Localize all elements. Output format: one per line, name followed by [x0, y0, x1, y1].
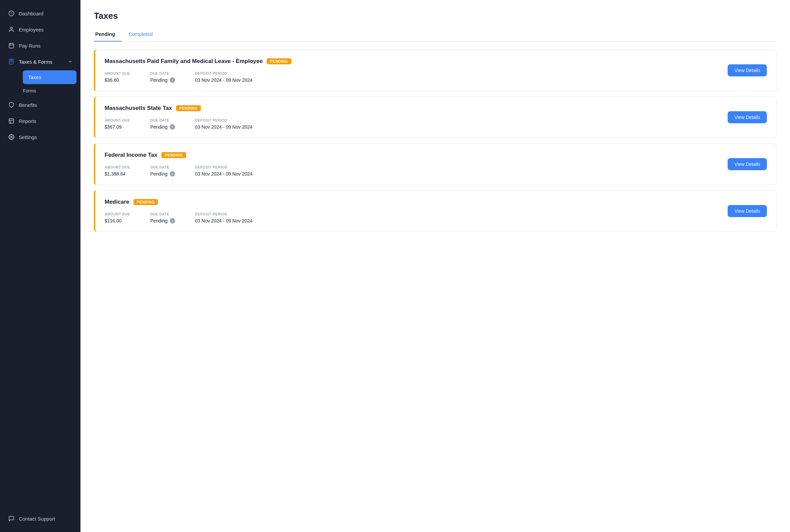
- taxes-forms-icon: [8, 58, 15, 65]
- deposit-period-value: 03 Nov 2024 - 09 Nov 2024: [195, 171, 253, 176]
- tax-card-title: Federal Income Tax: [105, 152, 157, 158]
- tax-card-title-row: Federal Income Tax PENDING: [105, 152, 720, 158]
- tax-card-fields: AMOUNT DUE $367.09 DUE DATE Pending i DE…: [105, 118, 720, 130]
- sidebar-item-pay-runs[interactable]: Pay Runs: [0, 38, 80, 54]
- deposit-period-label: DEPOSIT PERIOD: [195, 165, 253, 169]
- svg-point-15: [11, 136, 13, 138]
- amount-due-value: $116.00: [105, 218, 130, 224]
- tax-card-title-row: Medicare PENDING: [105, 199, 720, 205]
- tax-card-title: Massachusetts Paid Family and Medical Le…: [105, 58, 262, 65]
- svg-rect-12: [9, 119, 14, 123]
- svg-rect-4: [9, 43, 14, 48]
- due-date-field: DUE DATE Pending i: [150, 71, 175, 83]
- tax-card-title: Massachusetts State Tax: [105, 105, 172, 112]
- info-icon[interactable]: i: [170, 77, 175, 83]
- due-date-field: DUE DATE Pending i: [150, 165, 175, 176]
- page-title: Taxes: [94, 11, 776, 21]
- sidebar-item-dashboard[interactable]: Dashboard: [0, 5, 80, 21]
- amount-due-value: $36.80: [105, 77, 130, 83]
- sidebar-item-label: Dashboard: [19, 11, 43, 16]
- due-date-value: Pending i: [150, 124, 175, 130]
- tax-card-item: Massachusetts Paid Family and Medical Le…: [94, 50, 776, 91]
- info-icon[interactable]: i: [170, 171, 175, 176]
- view-details-button[interactable]: View Details: [728, 111, 767, 123]
- sidebar-item-employees[interactable]: Employees: [0, 21, 80, 38]
- sidebar-item-label: Employees: [19, 27, 43, 33]
- settings-icon: [8, 134, 15, 140]
- tabs-bar: Pending Completed: [94, 28, 776, 41]
- pay-runs-icon: [8, 42, 15, 49]
- deposit-period-field: DEPOSIT PERIOD 03 Nov 2024 - 09 Nov 2024: [195, 212, 253, 224]
- tax-card-title-row: Massachusetts Paid Family and Medical Le…: [105, 58, 720, 65]
- amount-due-label: AMOUNT DUE: [105, 71, 130, 75]
- status-badge: PENDING: [133, 199, 158, 205]
- sidebar-subitem-taxes[interactable]: Taxes: [23, 70, 76, 84]
- tax-card-item: Federal Income Tax PENDING AMOUNT DUE $1…: [94, 144, 776, 185]
- deposit-period-value: 03 Nov 2024 - 09 Nov 2024: [195, 124, 253, 130]
- sidebar-item-label: Contact Support: [19, 516, 55, 521]
- sidebar-item-contact-support[interactable]: Contact Support: [0, 511, 80, 527]
- amount-due-value: $1,388.84: [105, 171, 130, 176]
- employees-icon: [8, 26, 15, 33]
- due-date-field: DUE DATE Pending i: [150, 212, 175, 224]
- deposit-period-value: 03 Nov 2024 - 09 Nov 2024: [195, 77, 253, 83]
- status-badge: PENDING: [176, 105, 201, 111]
- view-details-button[interactable]: View Details: [728, 64, 767, 76]
- main-content: Taxes Pending Completed Massachusetts Pa…: [80, 0, 790, 532]
- info-icon[interactable]: i: [170, 124, 175, 130]
- taxes-label: Taxes: [28, 74, 41, 80]
- sidebar-item-label: Benefits: [19, 102, 37, 108]
- due-date-label: DUE DATE: [150, 212, 175, 216]
- amount-due-label: AMOUNT DUE: [105, 165, 130, 169]
- amount-due-field: AMOUNT DUE $116.00: [105, 212, 130, 224]
- tax-card-fields: AMOUNT DUE $1,388.84 DUE DATE Pending i …: [105, 165, 720, 176]
- tax-card-fields: AMOUNT DUE $36.80 DUE DATE Pending i DEP…: [105, 71, 720, 83]
- tab-pending[interactable]: Pending: [94, 28, 122, 41]
- tax-card-content: Massachusetts Paid Family and Medical Le…: [105, 58, 720, 83]
- status-badge: PENDING: [267, 58, 291, 64]
- deposit-period-value: 03 Nov 2024 - 09 Nov 2024: [195, 218, 253, 224]
- tax-card-content: Federal Income Tax PENDING AMOUNT DUE $1…: [105, 152, 720, 176]
- status-badge: PENDING: [161, 152, 186, 158]
- sidebar: Dashboard Employees Pay Runs Taxes & For…: [0, 0, 80, 532]
- view-details-button[interactable]: View Details: [728, 158, 767, 170]
- sidebar-item-benefits[interactable]: Benefits: [0, 97, 80, 113]
- svg-point-3: [11, 27, 13, 29]
- sidebar-subitem-forms[interactable]: Forms: [19, 85, 80, 97]
- due-date-label: DUE DATE: [150, 165, 175, 169]
- tax-card-title-row: Massachusetts State Tax PENDING: [105, 105, 720, 112]
- due-date-value: Pending i: [150, 171, 175, 176]
- sidebar-item-settings[interactable]: Settings: [0, 129, 80, 145]
- sidebar-item-taxes-forms[interactable]: Taxes & Forms: [0, 54, 80, 70]
- dashboard-icon: [8, 10, 15, 17]
- sidebar-item-label: Taxes & Forms: [19, 59, 52, 65]
- sidebar-item-label: Settings: [19, 134, 37, 140]
- amount-due-field: AMOUNT DUE $367.09: [105, 118, 130, 130]
- sidebar-item-label: Reports: [19, 118, 37, 124]
- forms-label: Forms: [23, 88, 36, 93]
- deposit-period-label: DEPOSIT PERIOD: [195, 118, 253, 122]
- taxes-forms-submenu: Taxes Forms: [0, 70, 80, 97]
- tab-completed[interactable]: Completed: [127, 28, 160, 41]
- view-details-button[interactable]: View Details: [728, 205, 767, 217]
- tax-card-item: Medicare PENDING AMOUNT DUE $116.00 DUE …: [94, 190, 776, 232]
- tax-cards-list: Massachusetts Paid Family and Medical Le…: [94, 50, 776, 232]
- deposit-period-label: DEPOSIT PERIOD: [195, 212, 253, 216]
- sidebar-item-label: Pay Runs: [19, 43, 41, 49]
- tax-card-title: Medicare: [105, 199, 129, 205]
- info-icon[interactable]: i: [170, 218, 175, 224]
- sidebar-item-reports[interactable]: Reports: [0, 113, 80, 129]
- due-date-label: DUE DATE: [150, 71, 175, 75]
- deposit-period-field: DEPOSIT PERIOD 03 Nov 2024 - 09 Nov 2024: [195, 71, 253, 83]
- due-date-label: DUE DATE: [150, 118, 175, 122]
- amount-due-label: AMOUNT DUE: [105, 212, 130, 216]
- chevron-down-icon: [68, 59, 72, 64]
- amount-due-field: AMOUNT DUE $1,388.84: [105, 165, 130, 176]
- deposit-period-field: DEPOSIT PERIOD 03 Nov 2024 - 09 Nov 2024: [195, 165, 253, 176]
- due-date-value: Pending i: [150, 77, 175, 83]
- due-date-field: DUE DATE Pending i: [150, 118, 175, 130]
- tax-card-item: Massachusetts State Tax PENDING AMOUNT D…: [94, 96, 776, 138]
- tax-card-content: Medicare PENDING AMOUNT DUE $116.00 DUE …: [105, 199, 720, 224]
- deposit-period-label: DEPOSIT PERIOD: [195, 71, 253, 75]
- contact-support-icon: [8, 515, 15, 522]
